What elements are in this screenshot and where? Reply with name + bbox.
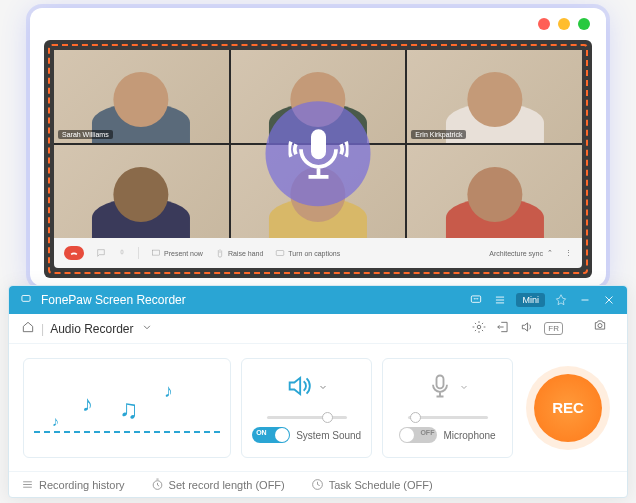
- microphone-toggle[interactable]: OFF: [399, 427, 437, 443]
- app-logo-icon: [19, 292, 33, 309]
- microphone-panel: OFF Microphone: [382, 358, 513, 458]
- feedback-icon[interactable]: [468, 292, 484, 308]
- participant-tile[interactable]: [54, 145, 229, 238]
- svg-rect-2: [277, 251, 285, 256]
- present-label: Present now: [164, 250, 203, 257]
- record-label: REC: [552, 399, 584, 416]
- participant-tile[interactable]: [407, 145, 582, 238]
- svg-rect-0: [121, 250, 123, 254]
- recording-history-button[interactable]: Recording history: [21, 478, 125, 491]
- system-sound-panel: ON System Sound: [241, 358, 372, 458]
- panels: ♪ ♪ ♫ ♪ ON System Sound: [9, 344, 627, 471]
- record-length-button[interactable]: Set record length (OFF): [151, 478, 285, 491]
- chevron-up-icon: ⌃: [547, 249, 553, 257]
- sound-settings-icon[interactable]: [520, 320, 534, 337]
- participant-tile[interactable]: Sarah Williams: [54, 50, 229, 143]
- minimize-dot[interactable]: [558, 18, 570, 30]
- video-frame: Sarah Williams Erin Kirkpatrick: [44, 40, 592, 278]
- mini-mode-button[interactable]: Mini: [516, 293, 545, 307]
- call-toolbar: Present now Raise hand Turn on captions …: [54, 238, 582, 268]
- record-button-wrap: REC: [523, 374, 613, 442]
- pin-icon[interactable]: [553, 292, 569, 308]
- raise-hand-button[interactable]: Raise hand: [215, 248, 263, 258]
- system-sound-toggle[interactable]: ON: [252, 427, 290, 443]
- fr-badge[interactable]: FR: [544, 322, 563, 335]
- record-button[interactable]: REC: [534, 374, 602, 442]
- history-label: Recording history: [39, 479, 125, 491]
- raise-label: Raise hand: [228, 250, 263, 257]
- settings-icon[interactable]: [472, 320, 486, 337]
- schedule-label: Task Schedule (OFF): [329, 479, 433, 491]
- footer: Recording history Set record length (OFF…: [9, 471, 627, 497]
- maximize-dot[interactable]: [578, 18, 590, 30]
- hangup-button[interactable]: [64, 246, 84, 260]
- speaker-icon: [285, 372, 313, 404]
- architecture-sync[interactable]: Architecture sync ⌃: [489, 249, 553, 257]
- microphone-label: Microphone: [443, 430, 495, 441]
- task-schedule-button[interactable]: Task Schedule (OFF): [311, 478, 433, 491]
- mode-bar: | Audio Recorder FR: [9, 314, 627, 344]
- waveform-panel: ♪ ♪ ♫ ♪: [23, 358, 231, 458]
- recorder-window: FonePaw Screen Recorder Mini | Audio Rec…: [8, 285, 628, 498]
- svg-rect-3: [22, 295, 30, 301]
- app-title: FonePaw Screen Recorder: [41, 293, 460, 307]
- home-icon[interactable]: [21, 320, 35, 337]
- svg-point-14: [478, 325, 482, 329]
- close-dot[interactable]: [538, 18, 550, 30]
- mode-dropdown-chevron[interactable]: [140, 320, 154, 337]
- svg-rect-16: [436, 376, 443, 389]
- screenshot-icon[interactable]: [593, 318, 615, 340]
- close-icon[interactable]: [601, 292, 617, 308]
- svg-rect-1: [153, 250, 160, 255]
- mode-label: Audio Recorder: [50, 322, 133, 336]
- svg-point-15: [598, 323, 602, 327]
- captions-label: Turn on captions: [288, 250, 340, 257]
- window-controls: [538, 18, 590, 30]
- system-sound-slider[interactable]: [267, 416, 347, 419]
- mic-dropdown[interactable]: [458, 379, 470, 397]
- svg-point-7: [478, 299, 479, 300]
- svg-point-6: [476, 299, 477, 300]
- system-sound-label: System Sound: [296, 430, 361, 441]
- toggle-state: OFF: [420, 429, 434, 436]
- menu-icon[interactable]: [492, 292, 508, 308]
- participant-name: Erin Kirkpatrick: [411, 130, 466, 139]
- participant-name: Sarah Williams: [58, 130, 113, 139]
- export-icon[interactable]: [496, 320, 510, 337]
- minimize-icon[interactable]: [577, 292, 593, 308]
- microphone-slider[interactable]: [408, 416, 488, 419]
- arch-label: Architecture sync: [489, 250, 543, 257]
- participant-tile[interactable]: Erin Kirkpatrick: [407, 50, 582, 143]
- video-call-window: Sarah Williams Erin Kirkpatrick: [30, 8, 606, 286]
- svg-point-5: [474, 299, 475, 300]
- speaker-dropdown[interactable]: [317, 379, 329, 397]
- captions-button[interactable]: Turn on captions: [275, 248, 340, 258]
- microphone-overlay-icon: [266, 101, 371, 206]
- mic-control-icon[interactable]: [118, 248, 126, 258]
- microphone-icon: [426, 372, 454, 404]
- more-icon[interactable]: ⋮: [565, 249, 572, 257]
- chat-icon[interactable]: [96, 248, 106, 258]
- titlebar: FonePaw Screen Recorder Mini: [9, 286, 627, 314]
- length-label: Set record length (OFF): [169, 479, 285, 491]
- present-button[interactable]: Present now: [151, 248, 203, 258]
- toggle-state: ON: [256, 429, 267, 436]
